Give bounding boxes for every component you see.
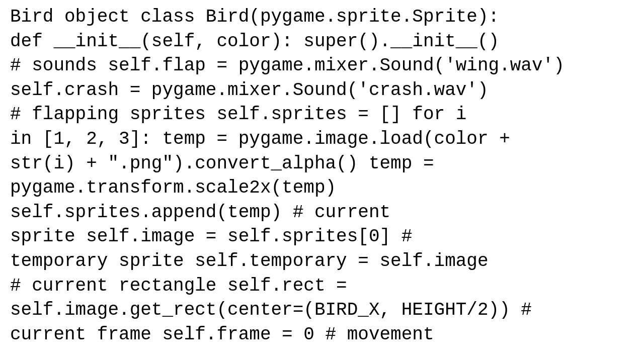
code-line-6: str(i) + ".png").convert_alpha() temp = <box>10 152 634 176</box>
code-line-8: self.sprites.append(temp) # current <box>10 201 634 225</box>
code-line-7: pygame.transform.scale2x(temp) <box>10 176 634 201</box>
code-display: Bird object class Bird(pygame.sprite.Spr… <box>0 0 644 362</box>
code-line-3: self.crash = pygame.mixer.Sound('crash.w… <box>10 78 634 103</box>
code-line-13: current frame self.frame = 0 # movement <box>10 323 634 347</box>
code-line-11: # current rectangle self.rect = <box>10 274 634 299</box>
code-line-1: def __init__(self, color): super().__ini… <box>10 30 634 54</box>
code-line-0: Bird object class Bird(pygame.sprite.Spr… <box>10 5 634 30</box>
code-line-5: in [1, 2, 3]: temp = pygame.image.load(c… <box>10 127 634 152</box>
code-line-9: sprite self.image = self.sprites[0] # <box>10 225 634 249</box>
code-line-2: # sounds self.flap = pygame.mixer.Sound(… <box>10 54 634 78</box>
code-line-12: self.image.get_rect(center=(BIRD_X, HEIG… <box>10 298 634 323</box>
code-line-10: temporary sprite self.temporary = self.i… <box>10 249 634 274</box>
code-line-4: # flapping sprites self.sprites = [] for… <box>10 103 634 127</box>
